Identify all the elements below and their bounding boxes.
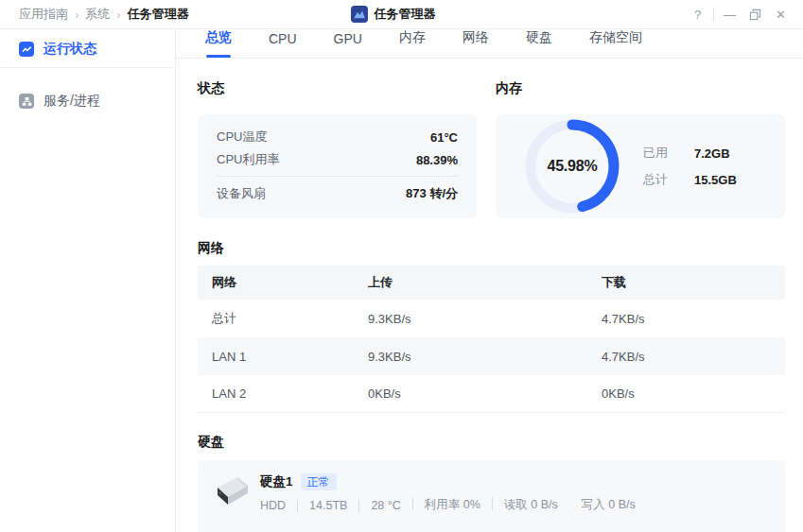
sidebar-item-services-processes[interactable]: 服务/进程	[19, 93, 175, 110]
maximize-button[interactable]	[742, 3, 768, 26]
disk-specs: HDD 14.5TB 28 °C 利用率 0% 读取 0 B/s 写入 0 B/…	[260, 497, 636, 513]
sidebar-item-label: 服务/进程	[44, 93, 100, 110]
disk-spec: 14.5TB	[286, 499, 347, 512]
tab-network[interactable]: 网络	[463, 29, 489, 58]
cell: 0KB/s	[368, 386, 602, 401]
status-row-cpu-temp: CPU温度 61°C	[217, 126, 458, 148]
tab-storage[interactable]: 存储空间	[589, 29, 642, 58]
disk-section-title: 硬盘	[198, 434, 785, 449]
status-value: 873 转/分	[406, 185, 458, 202]
status-row-fan: 设备风扇 873 转/分	[217, 182, 458, 205]
help-button[interactable]: ?	[685, 3, 710, 26]
tab-disk[interactable]: 硬盘	[526, 29, 552, 58]
disk-spec: 28 °C	[347, 499, 400, 512]
controls-divider	[713, 9, 714, 21]
cell: 4.7KB/s	[602, 312, 785, 326]
status-divider	[217, 176, 458, 177]
status-section-title: 状态	[198, 80, 477, 95]
status-value: 61°C	[430, 130, 458, 145]
maximize-icon	[749, 9, 761, 21]
tab-overview[interactable]: 总览	[205, 29, 232, 58]
sidebar: 运行状态 服务/进程	[0, 29, 176, 532]
cell: 9.3KB/s	[368, 312, 602, 326]
status-label: CPU利用率	[217, 151, 279, 168]
network-table: 网络 上传 下载 总计 9.3KB/s 4.7KB/s LAN 1 9.3KB/…	[198, 266, 785, 413]
overview-content: 状态 CPU温度 61°C CPU利用率 88.39%	[176, 59, 803, 532]
table-row-total: 总计 9.3KB/s 4.7KB/s	[198, 300, 785, 337]
cell: LAN 2	[212, 386, 368, 401]
memory-used-row: 已用 7.2GB	[643, 145, 737, 162]
legend-label: 已用	[643, 145, 694, 162]
breadcrumb-separator-icon: ›	[75, 8, 79, 22]
status-label: CPU温度	[217, 129, 267, 146]
tab-memory[interactable]: 内存	[399, 29, 426, 58]
memory-section-title: 内存	[496, 80, 785, 95]
titlebar: 应用指南 › 系统 › 任务管理器 任务管理器 ? — ✕	[0, 0, 803, 29]
sidebar-item-label: 运行状态	[44, 41, 96, 58]
disk-spec: 利用率 0%	[401, 497, 480, 513]
tab-gpu[interactable]: GPU	[334, 31, 362, 58]
window-controls: ? — ✕	[685, 3, 803, 26]
status-label: 设备风扇	[217, 185, 266, 202]
main-panel: 总览 CPU GPU 内存 网络 硬盘 存储空间 状态 CPU温度 6	[176, 29, 803, 532]
breadcrumb-item-task-manager: 任务管理器	[128, 6, 189, 23]
memory-card: 45.98% 已用 7.2GB 总计 15.5GB	[496, 114, 785, 218]
breadcrumb-item-system[interactable]: 系统	[85, 6, 110, 23]
tab-bar: 总览 CPU GPU 内存 网络 硬盘 存储空间	[176, 29, 803, 59]
disk-spec: HDD	[260, 499, 286, 512]
table-row-lan1: LAN 1 9.3KB/s 4.7KB/s	[198, 337, 785, 375]
memory-percent-label: 45.98%	[523, 117, 621, 215]
network-section-title: 网络	[198, 240, 785, 255]
legend-label: 总计	[643, 171, 694, 188]
app-logo-icon	[351, 6, 368, 23]
sidebar-item-running-status[interactable]: 运行状态	[19, 41, 96, 58]
cell: 0KB/s	[602, 386, 785, 401]
column-header: 上传	[368, 274, 602, 291]
status-row-cpu-usage: CPU利用率 88.39%	[217, 148, 458, 171]
breadcrumb-separator-icon: ›	[116, 8, 120, 22]
close-button[interactable]: ✕	[768, 3, 794, 26]
memory-legend: 已用 7.2GB 总计 15.5GB	[643, 145, 737, 188]
status-card: CPU温度 61°C CPU利用率 88.39% 设备风扇 873 转/分	[198, 114, 477, 218]
table-row-lan2: LAN 2 0KB/s 0KB/s	[198, 375, 785, 413]
legend-value: 7.2GB	[694, 146, 730, 161]
disk-spec: 读取 0 B/s	[480, 497, 558, 513]
window-title: 任务管理器	[351, 0, 436, 28]
disk-info: 硬盘1 正常 HDD 14.5TB 28 °C 利用率 0% 读取 0 B/s …	[260, 472, 636, 513]
cell: 9.3KB/s	[368, 350, 602, 364]
column-header: 网络	[212, 274, 368, 291]
cell: 4.7KB/s	[602, 350, 785, 364]
process-tree-icon	[19, 94, 34, 109]
network-table-header: 网络 上传 下载	[198, 266, 785, 300]
memory-donut-chart: 45.98%	[523, 117, 621, 215]
window-title-text: 任务管理器	[375, 6, 436, 23]
disk-card: 硬盘1 正常 HDD 14.5TB 28 °C 利用率 0% 读取 0 B/s …	[198, 460, 785, 532]
column-header: 下载	[602, 274, 785, 291]
disk-status-badge: 正常	[301, 473, 337, 490]
disk-spec: 写入 0 B/s	[558, 497, 636, 513]
memory-total-row: 总计 15.5GB	[643, 171, 737, 188]
breadcrumb-item-app-guide[interactable]: 应用指南	[19, 6, 68, 23]
breadcrumb: 应用指南 › 系统 › 任务管理器	[0, 6, 189, 23]
cell: LAN 1	[212, 350, 368, 364]
hard-drive-icon	[209, 473, 251, 509]
status-value: 88.39%	[416, 153, 458, 167]
task-manager-window: 应用指南 › 系统 › 任务管理器 任务管理器 ? — ✕	[0, 0, 803, 532]
disk-name: 硬盘1	[260, 473, 293, 490]
tab-cpu[interactable]: CPU	[269, 31, 297, 58]
legend-value: 15.5GB	[694, 173, 737, 187]
activity-chart-icon	[19, 42, 34, 57]
minimize-button[interactable]: —	[717, 3, 742, 26]
cell: 总计	[212, 310, 368, 327]
